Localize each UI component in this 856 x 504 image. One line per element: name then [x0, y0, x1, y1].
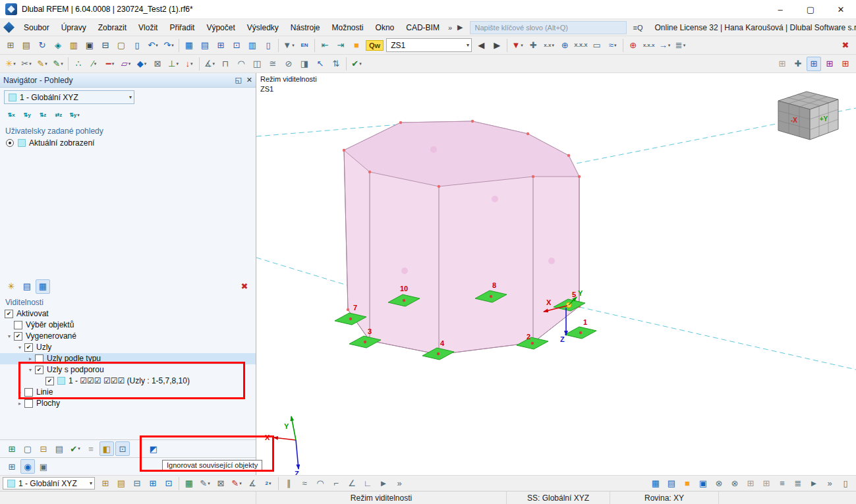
checkbox[interactable]: [35, 354, 43, 363]
work-plane-icon[interactable]: ⊟: [130, 477, 144, 490]
close-viewport-icon[interactable]: ✖: [838, 38, 853, 53]
navigation-cube[interactable]: -X +Y: [778, 92, 838, 140]
dropdown-arrow-icon[interactable]: ▾: [552, 43, 554, 48]
loadcase-color-icon[interactable]: ■: [349, 38, 364, 53]
pointer-2-icon[interactable]: ►: [807, 477, 821, 490]
align-icon[interactable]: ≅: [266, 57, 280, 71]
loadcase-combo[interactable]: ZS1 ▾: [386, 38, 472, 52]
printout-report-icon[interactable]: ▯: [130, 38, 144, 53]
dropdown-arrow-icon[interactable]: ▾: [614, 43, 617, 48]
list-compact-icon[interactable]: ≡: [775, 477, 789, 490]
window-view-icon[interactable]: ▤: [20, 279, 34, 294]
mirror-icon[interactable]: ◨: [297, 57, 312, 71]
dropdown-arrow-icon[interactable]: ▾: [521, 43, 523, 48]
export-excel-icon[interactable]: ⊡: [229, 38, 244, 53]
new-node-icon[interactable]: ∴: [71, 57, 86, 71]
expander-icon[interactable]: ▾: [5, 333, 14, 339]
check-model-icon[interactable]: ✔▾: [349, 57, 364, 71]
dropdown-arrow-icon[interactable]: ▾: [45, 61, 47, 67]
new-solid-icon[interactable]: ◆▾: [134, 57, 149, 71]
invert-visibility-icon[interactable]: ⊡: [115, 441, 130, 456]
delete-view-icon[interactable]: ✖: [237, 279, 252, 294]
expander-icon[interactable]: ▸: [15, 401, 24, 406]
page-icon[interactable]: ▯: [838, 477, 853, 490]
diagram-icon[interactable]: ≈▾: [606, 38, 620, 53]
display-navigator-icon[interactable]: ▦: [182, 38, 196, 53]
trim-icon[interactable]: ⊘: [281, 57, 296, 71]
expander-icon[interactable]: ▸: [26, 356, 35, 362]
checkbox[interactable]: ✔: [14, 332, 22, 341]
dropdown-arrow-icon[interactable]: ▾: [176, 61, 179, 67]
tables-toggle-icon[interactable]: ▦: [648, 477, 663, 490]
numbering-icon[interactable]: x.x▾: [542, 38, 556, 53]
expander-icon[interactable]: ▾: [15, 345, 24, 350]
arc-tool-icon[interactable]: ◠: [234, 57, 248, 71]
more-2-icon[interactable]: »: [822, 477, 837, 490]
dropdown-arrow-icon[interactable]: ▾: [239, 481, 242, 486]
save-icon[interactable]: ▣: [82, 38, 97, 53]
view-isometric-icon[interactable]: ⇅y▾: [67, 109, 82, 122]
line-parallel-icon[interactable]: ∥: [281, 477, 296, 490]
view-combo[interactable]: 1 - Globální XYZ ▾: [4, 90, 134, 104]
line-freehand-icon[interactable]: ≈: [297, 477, 312, 490]
camera-icon[interactable]: ▣: [36, 459, 51, 474]
menu-vlozit[interactable]: Vložit: [132, 21, 163, 34]
menu-moznosti[interactable]: Možnosti: [326, 21, 370, 34]
visibility-cube-icon[interactable]: ◧: [100, 441, 114, 456]
close-button[interactable]: ✕: [826, 0, 856, 18]
convert-loads-icon[interactable]: ⇥: [333, 38, 348, 53]
menu-priradit[interactable]: Přiřadit: [163, 21, 200, 34]
visibility-mode-icon[interactable]: ⊟: [36, 441, 51, 456]
tree-item-uzly-s-podporou-1[interactable]: ✔1 - ☑☑☑ ☑☑☑ (Uzly : 1-5,7,8,10): [0, 376, 256, 387]
dropdown-arrow-icon[interactable]: ▾: [144, 61, 147, 67]
new-load-icon[interactable]: ↓▾: [182, 57, 196, 71]
checkbox[interactable]: ✔: [35, 366, 43, 374]
support-node-1[interactable]: 1: [565, 318, 596, 339]
insert-object-icon[interactable]: ⊞: [3, 38, 18, 53]
uncheck-all-icon[interactable]: ≡: [84, 441, 98, 456]
check-all-icon[interactable]: ✔▾: [68, 441, 82, 456]
list-detail-icon[interactable]: ≣: [791, 477, 805, 490]
float-panel-icon[interactable]: ◱: [235, 76, 241, 84]
checkbox[interactable]: [14, 321, 22, 329]
ucs-icon[interactable]: ⊞: [98, 477, 113, 490]
edit-node-icon[interactable]: ✎▾: [35, 57, 49, 71]
print-icon[interactable]: ⊟: [98, 38, 113, 53]
corner-snap-icon[interactable]: ⌐: [329, 477, 343, 490]
clipping-planes-icon[interactable]: ▭: [590, 38, 604, 53]
open-icon[interactable]: ▥: [67, 38, 81, 53]
dropdown-arrow-icon[interactable]: ▾: [190, 61, 193, 67]
grid-icon[interactable]: ⊞: [146, 477, 160, 490]
menu-soubor[interactable]: Soubor: [18, 21, 55, 34]
cube-neg-x-label[interactable]: -X: [791, 117, 797, 124]
search-box[interactable]: [470, 21, 627, 34]
dropdown-arrow-icon[interactable]: ▾: [13, 61, 16, 67]
select-visibility-icon[interactable]: ▤: [52, 441, 67, 456]
tree-item-linie[interactable]: ▸Linie: [0, 387, 256, 398]
navigator-header[interactable]: Navigátor - Pohledy ◱ ✕: [0, 73, 256, 88]
dropdown-arrow-icon[interactable]: ▾: [112, 61, 115, 67]
dropdown-arrow-icon[interactable]: ▾: [156, 43, 158, 48]
menu-zobrazit[interactable]: Zobrazit: [92, 21, 132, 34]
work-plane-xy-icon[interactable]: ⊞: [807, 57, 821, 71]
model-solid[interactable]: [344, 121, 579, 354]
zoom-selection-icon[interactable]: ⊕: [626, 38, 641, 53]
work-plane-yz-icon[interactable]: ⊞: [838, 57, 853, 71]
norm-en-icon[interactable]: EN: [297, 38, 312, 53]
dropdown-arrow-icon[interactable]: ▾: [78, 446, 80, 451]
filter-loadcases-icon[interactable]: ▼▾: [510, 38, 525, 53]
expander-icon[interactable]: ▾: [26, 367, 35, 373]
table-active-icon[interactable]: ▤: [664, 477, 679, 490]
select-special-icon[interactable]: ✂▾: [19, 57, 34, 71]
ortho-mode-icon[interactable]: 2▾: [261, 477, 275, 490]
dropdown-arrow-icon[interactable]: ▾: [29, 61, 32, 67]
new-view-icon[interactable]: ✳: [4, 279, 18, 294]
model-scene[interactable]: 731048251 X Y Z X Y Z: [256, 73, 856, 475]
new-support-icon[interactable]: ⊥▾: [166, 57, 181, 71]
checkbox[interactable]: ✔: [24, 343, 33, 352]
redo-icon[interactable]: ↷▾: [161, 38, 176, 53]
deactivate-1-icon[interactable]: ⊗: [712, 477, 726, 490]
dimension-icon[interactable]: ∡▾: [202, 57, 217, 71]
overflow-icon[interactable]: »: [445, 22, 455, 33]
checkbox[interactable]: [24, 388, 33, 397]
